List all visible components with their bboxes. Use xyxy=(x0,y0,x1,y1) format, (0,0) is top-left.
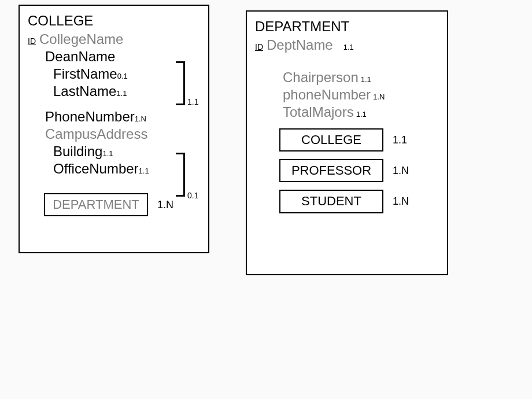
college-entity: COLLEGE ID CollegeName DeanName FirstNam… xyxy=(19,5,209,253)
college-title: COLLEGE xyxy=(20,13,208,29)
chair-label: Chairperson xyxy=(283,69,359,86)
dean-first: FirstName xyxy=(53,66,117,82)
dept-rel-wrap-1: PROFESSOR 1.N xyxy=(247,159,447,182)
dept-rel-wrap-2: STUDENT 1.N xyxy=(247,190,447,213)
chair-card: 1.1 xyxy=(361,75,371,84)
department-title: DEPARTMENT xyxy=(247,19,447,35)
dept-rel-wrap-0: COLLEGE 1.1 xyxy=(247,128,447,152)
dept-rel-card-1: 1.N xyxy=(393,165,409,177)
phone-row: PhoneNumber1.N xyxy=(20,109,208,125)
dept-rel-card-0: 1.1 xyxy=(393,134,407,146)
dept-name-row: ID DeptName 1.1 xyxy=(247,37,447,53)
college-name-row: ID CollegeName xyxy=(20,31,208,47)
office-card: 1.1 xyxy=(139,167,149,175)
college-name-attr: CollegeName xyxy=(39,31,123,47)
dept-name-attr: DeptName xyxy=(267,37,333,53)
dept-rel-card-2: 1.N xyxy=(393,195,409,208)
address-group-card: 0.1 xyxy=(187,191,198,200)
dean-group-bracket xyxy=(176,61,185,105)
dept-name-card: 1.1 xyxy=(343,43,354,51)
address-row: CampusAddress xyxy=(20,126,208,142)
dept-rel-college: COLLEGE xyxy=(279,128,383,152)
dphone-row: phoneNumber 1.N xyxy=(247,87,447,103)
majors-row: TotalMajors 1.1 xyxy=(247,104,447,120)
address-label: CampusAddress xyxy=(45,126,147,142)
college-rel-card: 1.N xyxy=(157,199,173,211)
dept-rel-professor: PROFESSOR xyxy=(279,159,383,182)
department-entity: DEPARTMENT ID DeptName 1.1 Chairperson 1… xyxy=(246,10,448,275)
majors-card: 1.1 xyxy=(356,110,367,119)
phone-card: 1.N xyxy=(135,114,146,123)
dphone-card: 1.N xyxy=(373,93,385,101)
building-label: Building xyxy=(53,143,102,160)
address-group-bracket xyxy=(176,153,185,197)
college-rel-department: DEPARTMENT xyxy=(44,193,148,216)
building-card: 1.1 xyxy=(102,149,113,158)
dean-last: LastName xyxy=(53,83,116,99)
phone-label: PhoneNumber xyxy=(45,109,135,125)
id-label: ID xyxy=(28,36,36,46)
college-rel-wrap: DEPARTMENT 1.N xyxy=(20,193,208,216)
dept-rel-student: STUDENT xyxy=(279,190,383,213)
dean-label: DeanName xyxy=(45,49,115,65)
dphone-label: phoneNumber xyxy=(283,87,371,103)
dept-rel-group: COLLEGE 1.1 PROFESSOR 1.N STUDENT 1.N xyxy=(247,128,447,213)
dean-first-card: 0.1 xyxy=(117,72,128,80)
chair-row: Chairperson 1.1 xyxy=(247,69,447,86)
majors-label: TotalMajors xyxy=(283,104,354,120)
id-label: ID xyxy=(255,42,263,51)
dean-group-card: 1.1 xyxy=(187,97,198,106)
dean-last-card: 1.1 xyxy=(116,89,127,98)
office-label: OfficeNumber xyxy=(53,161,139,177)
